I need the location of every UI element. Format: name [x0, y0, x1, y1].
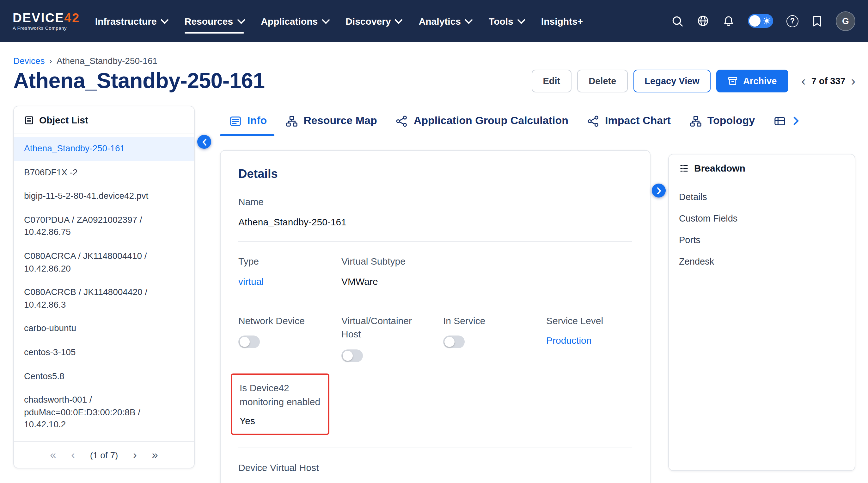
tab-info[interactable]: Info — [229, 106, 267, 136]
type-value-link[interactable]: virtual — [238, 275, 264, 288]
in-service-label: In Service — [443, 314, 546, 328]
breakdown-item-zendesk[interactable]: Zendesk — [669, 251, 855, 272]
archive-button[interactable]: Archive — [717, 69, 788, 92]
next-page-icon[interactable]: › — [133, 450, 136, 460]
first-page-icon[interactable]: « — [50, 450, 56, 460]
page-title: Athena_Standby-250-161 — [13, 68, 265, 93]
virtual-subtype-label: Virtual Subtype — [341, 254, 632, 268]
help-icon[interactable]: ? — [786, 15, 799, 27]
name-value: Athena_Standby-250-161 — [238, 215, 632, 229]
chevron-down-icon — [517, 16, 525, 23]
tab-resource-map[interactable]: Resource Map — [286, 106, 377, 136]
prev-record-icon[interactable]: ‹ — [801, 75, 805, 87]
object-list-item[interactable]: carbo-ubuntu — [14, 317, 194, 341]
tab-label: Topology — [707, 115, 755, 127]
breadcrumb: Devices › Athena_Standby-250-161 — [13, 56, 855, 66]
theme-toggle[interactable] — [748, 14, 773, 28]
service-level-label: Service Level — [546, 314, 632, 328]
chevron-down-icon — [237, 16, 245, 23]
network-icon — [587, 115, 599, 127]
record-pager: ‹ 7 of 337 › — [801, 75, 855, 87]
divider — [238, 447, 632, 448]
nav-applications[interactable]: Applications — [261, 0, 329, 42]
breadcrumb-devices-link[interactable]: Devices — [13, 56, 45, 66]
edit-button[interactable]: Edit — [532, 69, 572, 92]
breakdown-item-ports[interactable]: Ports — [669, 229, 855, 251]
nav-insights[interactable]: Insights+ — [541, 0, 583, 42]
chevron-down-icon — [395, 16, 403, 23]
sitemap-icon — [690, 115, 702, 127]
network-icon — [396, 115, 408, 127]
breakdown-item-details[interactable]: Details — [669, 186, 855, 208]
breadcrumb-current: Athena_Standby-250-161 — [57, 56, 157, 66]
in-service-field: In Service — [443, 314, 546, 365]
tab-label: Application Group Calculation — [414, 115, 568, 127]
object-list-item[interactable]: C080ACRCA / JK1148004410 / 10.42.86.20 — [14, 244, 194, 280]
user-avatar[interactable]: G — [836, 11, 855, 31]
object-list-title: Object List — [39, 115, 88, 125]
tab-label: Impact Chart — [605, 115, 671, 127]
tab-impact-chart[interactable]: Impact Chart — [587, 106, 671, 136]
globe-icon[interactable] — [697, 15, 709, 27]
breadcrumb-separator: › — [49, 56, 52, 66]
nav-label: Analytics — [419, 16, 461, 26]
divider — [238, 301, 632, 301]
tab-label: Resource Map — [304, 115, 377, 127]
breakdown-title: Breakdown — [694, 163, 745, 173]
collapse-sidebar-button[interactable] — [197, 135, 211, 149]
tab-application-group-calculation[interactable]: Application Group Calculation — [396, 106, 568, 136]
breakdown-icon — [679, 163, 689, 173]
object-list-item[interactable]: Centos5.8 — [14, 364, 194, 388]
nav-resources[interactable]: Resources — [185, 0, 244, 42]
nav-tools[interactable]: Tools — [489, 0, 524, 42]
chevron-down-icon — [465, 16, 472, 23]
prev-page-icon[interactable]: ‹ — [71, 450, 74, 460]
virtual-subtype-value: VMWare — [341, 275, 632, 288]
name-field: Name Athena_Standby-250-161 — [238, 195, 632, 229]
object-list-item[interactable]: chadsworth-001 / pduMac=00:0E:D3:00:20:8… — [14, 388, 194, 437]
nav-label: Applications — [261, 16, 318, 26]
chevron-right-icon — [656, 187, 661, 194]
nav-analytics[interactable]: Analytics — [419, 0, 472, 42]
toggle-knob-icon — [444, 337, 455, 347]
bookmark-icon[interactable] — [812, 15, 823, 27]
expand-breakdown-button[interactable] — [652, 183, 666, 198]
tabs-scroll-right-icon[interactable] — [794, 116, 799, 125]
object-list-item[interactable]: Athena_Standby-250-161 — [14, 137, 194, 161]
nav-discovery[interactable]: Discovery — [345, 0, 401, 42]
object-list-item[interactable]: C070PDUA / ZA0921002397 / 10.42.86.75 — [14, 208, 194, 244]
legacy-view-button[interactable]: Legacy View — [633, 69, 711, 92]
last-page-icon[interactable]: » — [152, 450, 158, 460]
nav-infrastructure[interactable]: Infrastructure — [95, 0, 167, 42]
bell-icon[interactable] — [722, 15, 735, 27]
next-record-icon[interactable]: › — [851, 75, 855, 87]
object-list-item[interactable]: centos-3-105 — [14, 341, 194, 364]
device42-logo[interactable]: DEVICE42 A Freshworks Company — [13, 11, 80, 31]
logo-text: DEVICE42 — [13, 11, 80, 24]
tab-topology[interactable]: Topology — [690, 106, 755, 136]
record-count: 7 of 337 — [811, 76, 845, 86]
service-level-value-link[interactable]: Production — [546, 334, 591, 347]
search-icon[interactable] — [672, 15, 683, 27]
breakdown-list: Details Custom Fields Ports Zendesk — [669, 182, 855, 272]
delete-button[interactable]: Delete — [577, 69, 627, 92]
chevron-down-icon — [321, 16, 329, 23]
network-device-toggle[interactable] — [238, 336, 260, 348]
breakdown-item-custom-fields[interactable]: Custom Fields — [669, 208, 855, 229]
object-list-item[interactable]: B706DF1X -2 — [14, 161, 194, 184]
archive-label: Archive — [743, 76, 777, 86]
object-list-item[interactable]: chdvhvac207-2@priv.dvtrading.co / 2843 — [14, 437, 194, 441]
network-device-label: Network Device — [238, 314, 341, 328]
in-service-toggle[interactable] — [443, 336, 465, 348]
object-list-item[interactable]: C080ACRCB / JK1148004420 / 10.42.86.3 — [14, 280, 194, 316]
content-area: Object List Athena_Standby-250-161 B706D… — [0, 106, 868, 483]
device-virtual-host-link[interactable]: esxiup02wh4269.d — [238, 481, 317, 483]
service-level-field: Service Level Production — [546, 314, 632, 365]
virtual-container-host-toggle[interactable] — [341, 349, 363, 362]
breakdown-header: Breakdown — [669, 154, 855, 182]
layout-tab-icon[interactable] — [774, 115, 786, 127]
main-menu: Infrastructure Resources Applications Di… — [95, 0, 583, 42]
object-list-item[interactable]: bigip-11-5-2-80-41.device42.pvt — [14, 184, 194, 208]
name-label: Name — [238, 195, 632, 209]
nav-label: Tools — [489, 16, 513, 26]
